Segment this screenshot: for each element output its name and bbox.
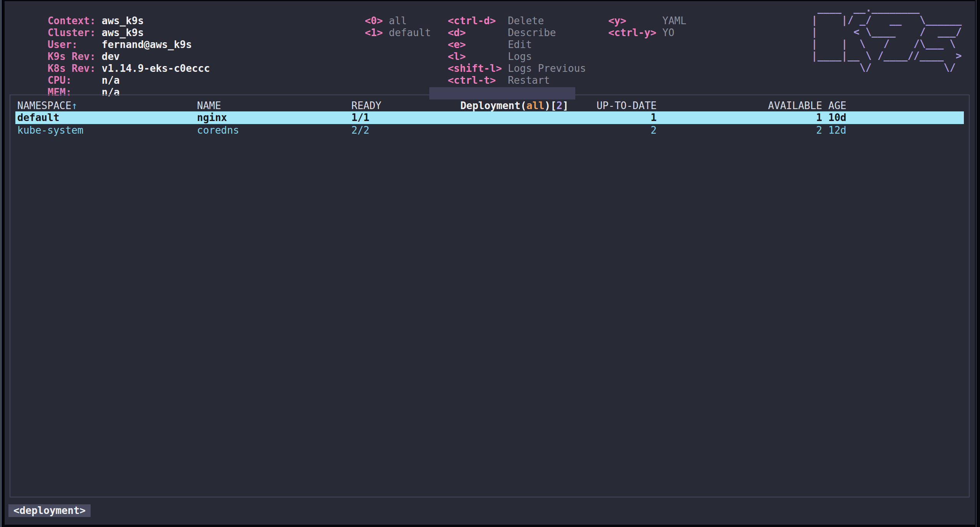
hotkey-label: YO: [662, 27, 674, 38]
hotkey-key: <ctrl-d>: [448, 15, 508, 27]
header-ready: READY: [351, 99, 381, 112]
info-value: dev: [102, 51, 120, 62]
k9s-ascii-logo: ____ __.________ | |/ _/ __ \______ | < …: [811, 2, 962, 74]
cluster-info-panel: Context:aws_k9s Cluster:aws_k9s User:fer…: [12, 3, 210, 86]
logo-line: | | \ / /\___ \: [811, 38, 962, 50]
hotkeys-yaml: <y>YAML <ctrl-y>YO: [572, 3, 686, 27]
cell-namespace: kube-system: [17, 124, 83, 137]
info-value: aws_k9s: [102, 15, 144, 27]
hotkey-key: <ctrl-t>: [448, 75, 508, 86]
cell-ready: 2/2: [351, 124, 369, 137]
cell-up-to-date: 1: [564, 111, 657, 124]
logo-line: \/ \/: [811, 62, 962, 74]
info-value: n/a: [102, 75, 120, 86]
table-title-badge: Deployment(all)[2]: [429, 87, 575, 99]
info-label: K9s Rev:: [48, 51, 102, 63]
hotkey-delete: <ctrl-d>Delete: [412, 3, 586, 15]
hotkey-label: all: [389, 15, 407, 27]
hotkeys-actions: <ctrl-d>Delete <d>Describe <e>Edit <l>Lo…: [412, 3, 586, 86]
hotkey-key: <ctrl-y>: [608, 27, 662, 39]
hotkey-key: <l>: [448, 51, 508, 63]
info-label: User:: [48, 39, 102, 51]
cell-ready: 1/1: [351, 111, 369, 124]
hotkey-label: Edit: [508, 39, 532, 50]
table-row-nginx[interactable]: default nginx 1/1 1 1 10d: [0, 111, 980, 124]
k9s-terminal: Context:aws_k9s Cluster:aws_k9s User:fer…: [0, 0, 980, 527]
table-row-coredns[interactable]: kube-system coredns 2/2 2 2 12d: [0, 124, 980, 137]
info-label: CPU:: [48, 75, 102, 86]
header-available: AVAILABLE: [730, 99, 822, 112]
cell-available: 1: [730, 111, 822, 124]
hotkey-label: Restart: [508, 75, 550, 86]
logo-line: | |/ _/ __ \______: [811, 14, 962, 26]
hotkey-key: <e>: [448, 39, 508, 51]
header-namespace-label: NAMESPACE: [17, 100, 71, 111]
info-value: aws_k9s: [102, 27, 144, 38]
cell-age: 10d: [828, 111, 846, 124]
cell-up-to-date: 2: [564, 124, 657, 137]
info-row-context: Context:aws_k9s: [12, 3, 210, 15]
header-up-to-date: UP-TO-DATE: [564, 99, 657, 112]
hotkey-key: <shift-l>: [448, 63, 508, 75]
info-label: Context:: [48, 15, 102, 27]
logo-line: |____|__ \ /____//____ >: [811, 50, 962, 62]
cell-age: 12d: [828, 124, 846, 137]
hotkey-key: <d>: [448, 27, 508, 39]
logo-line: ____ __.________: [811, 2, 962, 14]
info-value: v1.14.9-eks-c0eccc: [102, 63, 210, 74]
cell-name: nginx: [197, 111, 227, 124]
header-age: AGE: [828, 99, 846, 112]
sort-arrow-icon: ↑: [71, 100, 78, 111]
window-right-edge: [976, 0, 977, 527]
header-name: NAME: [197, 99, 221, 112]
hotkey-label: Describe: [508, 27, 556, 38]
table-header-row: NAMESPACE↑ NAME READY UP-TO-DATE AVAILAB…: [0, 99, 980, 112]
cell-available: 2: [730, 124, 822, 137]
header-namespace: NAMESPACE↑: [17, 99, 78, 112]
hotkey-key: <y>: [608, 15, 662, 27]
cell-name: coredns: [197, 124, 239, 137]
breadcrumb-deployment[interactable]: <deployment>: [8, 504, 91, 517]
hotkey-label: Logs: [508, 51, 532, 62]
hotkey-label: Delete: [508, 15, 544, 27]
table-panel-border: [10, 94, 970, 497]
hotkey-label: Logs Previous: [508, 63, 586, 74]
hotkey-yaml: <y>YAML: [572, 3, 686, 15]
info-label: K8s Rev:: [48, 63, 102, 75]
cell-namespace: default: [17, 111, 60, 124]
hotkey-key: <1>: [365, 27, 389, 39]
hotkey-label: YAML: [662, 15, 687, 27]
hotkey-key: <0>: [365, 15, 389, 27]
window-left-edge: [0, 0, 2, 527]
info-label: Cluster:: [48, 27, 102, 39]
logo-line: | < \____ / ___/: [811, 26, 962, 38]
info-value: fernand@aws_k9s: [102, 39, 192, 50]
